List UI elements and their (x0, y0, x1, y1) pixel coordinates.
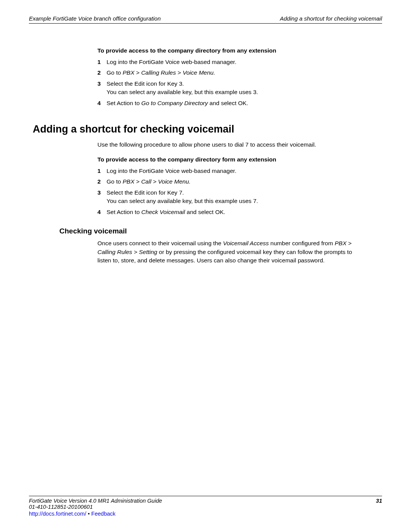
text-run: and select OK. (208, 100, 248, 106)
list-item: 1 Log into the FortiGate Voice web-based… (97, 58, 367, 66)
text-run: Once users connect to their voicemail us… (97, 240, 223, 246)
list-item: 2 Go to PBX > Call > Voice Menu. (97, 177, 367, 186)
section-title: Adding a shortcut for checking voicemail (33, 123, 382, 135)
subsection-title: Checking voicemail (59, 227, 382, 235)
page-number: 31 (376, 498, 382, 504)
text-run: number configured from (269, 240, 335, 246)
text-run: Select the Edit icon for Key 3. (107, 80, 184, 87)
text-run: and select OK. (185, 209, 225, 215)
body-paragraph: Once users connect to their voicemail us… (97, 239, 367, 265)
step-number: 3 (97, 189, 107, 206)
list-item: 3 Select the Edit icon for Key 7. You ca… (97, 189, 367, 206)
step-note: You can select any available key, but th… (107, 89, 258, 95)
menu-path: PBX > Calling Rules > Voice Menu. (123, 69, 215, 76)
page-footer: FortiGate Voice Version 4.0 MR1 Administ… (29, 496, 382, 517)
step-number: 4 (97, 99, 107, 107)
footer-guide-title: FortiGate Voice Version 4.0 MR1 Administ… (29, 498, 162, 504)
list-item: 2 Go to PBX > Calling Rules > Voice Menu… (97, 69, 367, 77)
page-header: Example FortiGate Voice branch office co… (29, 15, 382, 24)
footer-docs-link[interactable]: http://docs.fortinet.com/ (29, 511, 86, 517)
text-run: Go to (107, 178, 123, 185)
step-number: 1 (97, 167, 107, 175)
list-item: 3 Select the Edit icon for Key 3. You ca… (97, 80, 367, 97)
step-text: Log into the FortiGate Voice web-based m… (107, 58, 367, 66)
intro-paragraph: Use the following procedure to allow pho… (97, 141, 367, 149)
step-text: Log into the FortiGate Voice web-based m… (107, 167, 367, 175)
list-item: 4 Set Action to Check Voicemail and sele… (97, 208, 367, 216)
text-run: Go to (107, 69, 123, 76)
list-item: 4 Set Action to Go to Company Directory … (97, 99, 367, 107)
footer-separator: • (86, 511, 91, 517)
feature-name: Voicemail Access (223, 240, 269, 246)
step-number: 4 (97, 208, 107, 216)
text-run: Set Action to (107, 100, 141, 106)
footer-doc-number: 01-410-112851-20100601 (29, 504, 93, 510)
document-page: Example FortiGate Voice branch office co… (0, 0, 411, 532)
step-text: Go to PBX > Call > Voice Menu. (107, 177, 367, 186)
procedure-heading-2: To provide access to the company directo… (97, 156, 382, 163)
step-number: 1 (97, 58, 107, 66)
procedure-list-2: 1 Log into the FortiGate Voice web-based… (97, 167, 367, 216)
procedure-list-1: 1 Log into the FortiGate Voice web-based… (97, 58, 367, 107)
step-text: Select the Edit icon for Key 3. You can … (107, 80, 367, 97)
list-item: 1 Log into the FortiGate Voice web-based… (97, 167, 367, 175)
footer-feedback-link[interactable]: Feedback (91, 511, 116, 517)
header-right: Adding a shortcut for checking voicemail (280, 15, 382, 22)
step-number: 3 (97, 80, 107, 97)
text-run: Set Action to (107, 209, 141, 215)
step-text: Set Action to Go to Company Directory an… (107, 99, 367, 107)
step-text: Set Action to Check Voicemail and select… (107, 208, 367, 216)
step-text: Go to PBX > Calling Rules > Voice Menu. (107, 69, 367, 77)
step-text: Select the Edit icon for Key 7. You can … (107, 189, 367, 206)
step-number: 2 (97, 69, 107, 77)
step-note: You can select any available key, but th… (107, 198, 258, 204)
menu-path: PBX > Call > Voice Menu. (123, 178, 191, 185)
procedure-heading-1: To provide access to the company directo… (97, 47, 382, 54)
action-name: Check Voicemail (141, 209, 185, 215)
header-left: Example FortiGate Voice branch office co… (29, 15, 161, 22)
step-number: 2 (97, 177, 107, 186)
action-name: Go to Company Directory (141, 100, 208, 106)
text-run: Select the Edit icon for Key 7. (107, 189, 184, 196)
